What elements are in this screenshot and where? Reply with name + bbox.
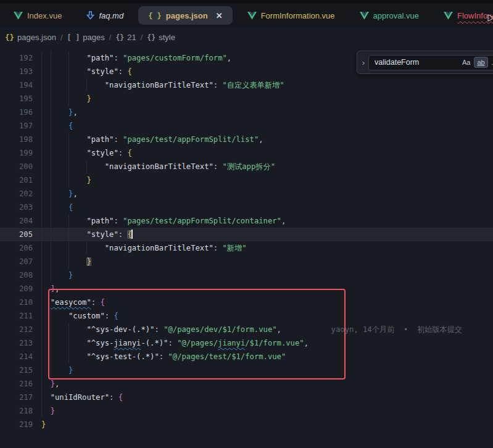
breadcrumb-item-style[interactable]: {}style [147, 33, 175, 42]
indent-guide [86, 78, 87, 92]
code-line-217[interactable]: 217 "uniIdRouter": { [0, 391, 493, 404]
tab-label: FormInformation.vue [261, 11, 335, 20]
code-line-204[interactable]: 204 "path": "pages/test/appFormSplit/con… [0, 214, 493, 228]
code-line-211[interactable]: 211 "custom": { [0, 309, 493, 323]
indent-guide [51, 268, 51, 282]
line-number: 192 [0, 54, 33, 62]
tab-pages-json[interactable]: { }pages.json✕ [138, 6, 233, 25]
indent-guide [68, 350, 69, 363]
line-number: 197 [0, 122, 33, 130]
line-number: 201 [0, 176, 33, 185]
code-line-202[interactable]: 202 }, [0, 187, 493, 201]
code-text: } [41, 418, 493, 431]
code-line-203[interactable]: 203 { [0, 201, 493, 214]
code-text: { [41, 119, 493, 133]
vue-icon [360, 12, 369, 20]
indent-guide [68, 78, 69, 92]
code-token: "navigationBarTitleText" [105, 81, 213, 89]
line-number: 217 [0, 393, 33, 402]
tab-faq-md[interactable]: faq.md [77, 6, 133, 25]
find-input[interactable]: validateForm [375, 58, 458, 67]
code-line-219[interactable]: 219} [0, 418, 493, 431]
line-number: 200 [0, 162, 33, 171]
tab-approval-vue[interactable]: approval.vue [350, 6, 429, 25]
code-text: "custom": { [41, 309, 493, 323]
line-number: 219 [0, 420, 33, 429]
markdown-arrow-icon [86, 11, 94, 20]
code-token [41, 407, 51, 415]
indent-guide [41, 350, 42, 363]
line-number: 203 [0, 203, 33, 212]
code-token: : [91, 298, 101, 307]
breadcrumb-item-pages[interactable]: [ ]pages [67, 33, 105, 42]
code-token: , [259, 135, 263, 144]
code-token: } [41, 420, 46, 429]
breadcrumb-item-pages-json[interactable]: {}pages.json [5, 33, 56, 42]
code-token: : [118, 67, 128, 76]
tab-flowinfo-vu[interactable]: FlowInfo.vu [434, 6, 493, 25]
code-token: : [159, 352, 168, 361]
code-line-197[interactable]: 197 { [0, 119, 493, 133]
code-token [41, 54, 86, 62]
code-line-215[interactable]: 215 } [0, 363, 493, 377]
tab-label: approval.vue [373, 11, 419, 20]
code-token [41, 135, 86, 144]
code-text: }, [41, 187, 493, 201]
code-editor[interactable]: 192 "path": "pages/customForm/form",193 … [0, 47, 493, 448]
code-line-213[interactable]: 213 "^sys-jianyi-(.*)": "@/pages/jianyi/… [0, 336, 493, 350]
code-token [41, 366, 68, 375]
find-toggle-replace-chevron-icon[interactable]: › [358, 58, 368, 67]
code-line-199[interactable]: 199 "style": { [0, 146, 493, 160]
code-token [41, 149, 86, 157]
code-line-196[interactable]: 196 }, [0, 106, 493, 119]
indent-guide [41, 268, 42, 282]
indent-guide [41, 119, 42, 133]
indent-guide [68, 228, 69, 241]
code-line-208[interactable]: 208 } [0, 268, 493, 282]
code-token: } [86, 257, 91, 266]
indent-guide [51, 65, 51, 78]
code-line-212[interactable]: 212 "^sys-dev-(.*)": "@/pages/dev/$1/for… [0, 323, 493, 336]
line-number: 196 [0, 108, 33, 117]
code-line-218[interactable]: 218 } [0, 404, 493, 418]
tab-close-icon[interactable]: ✕ [216, 11, 223, 20]
code-line-201[interactable]: 201 } [0, 173, 493, 187]
code-token: , [73, 108, 77, 117]
code-text: } [41, 255, 493, 268]
code-line-198[interactable]: 198 "path": "pages/test/appFormSplit/lis… [0, 133, 493, 146]
code-line-206[interactable]: 206 "navigationBarTitleText": "新增" [0, 241, 493, 255]
code-line-195[interactable]: 195 } [0, 92, 493, 106]
code-text: ], [41, 282, 493, 296]
code-token: /$1/form.vue" [245, 339, 304, 347]
tab-overflow-chevron-icon[interactable]: ▷ [487, 12, 493, 23]
code-token [41, 393, 51, 402]
indent-guide [41, 282, 42, 296]
tab-index-vue[interactable]: Index.vue [4, 6, 72, 25]
whole-word-button[interactable]: ab [474, 57, 487, 67]
code-line-210[interactable]: 210 "easycom": { [0, 296, 493, 309]
code-token: jianyi [218, 339, 245, 347]
code-token: : [114, 54, 123, 62]
tab-forminformation-vue[interactable]: FormInformation.vue [238, 6, 345, 25]
breadcrumb-item-21[interactable]: {}21 [115, 33, 136, 42]
code-token: -(.*)" [141, 339, 168, 347]
regex-button[interactable]: .* [489, 57, 493, 67]
code-token: "测试app拆分" [223, 162, 275, 171]
code-line-207[interactable]: 207 } [0, 255, 493, 268]
code-token: : [114, 217, 123, 225]
code-line-205[interactable]: 205 "style": { [0, 228, 493, 241]
indent-guide [51, 133, 51, 146]
match-case-button[interactable]: Aa [460, 57, 473, 67]
indent-guide [41, 214, 42, 228]
code-line-194[interactable]: 194 "navigationBarTitleText": "自定义表单新增" [0, 78, 493, 92]
code-token [41, 312, 68, 320]
code-line-200[interactable]: 200 "navigationBarTitleText": "测试app拆分" [0, 160, 493, 173]
code-line-209[interactable]: 209 ], [0, 282, 493, 296]
code-line-214[interactable]: 214 "^sys-test-(.*)": "@/pages/test/$1/f… [0, 350, 493, 363]
indent-guide [51, 173, 51, 187]
code-text: "path": "pages/test/appFormSplit/contain… [41, 214, 493, 228]
code-token: } [86, 94, 91, 103]
code-line-216[interactable]: 216 }, [0, 377, 493, 391]
indent-guide [51, 119, 51, 133]
code-text: "navigationBarTitleText": "自定义表单新增" [41, 78, 493, 92]
